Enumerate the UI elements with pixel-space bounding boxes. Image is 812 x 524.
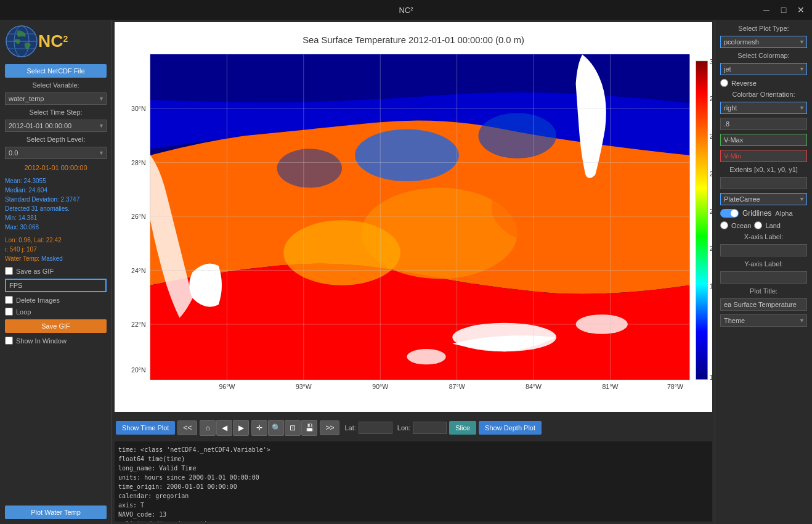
projection-dropdown[interactable]: PlateCarree Mercator Robinson Mollweide (720, 193, 807, 205)
gridlines-toggle[interactable] (720, 209, 739, 218)
gridlines-label: Gridlines (742, 209, 771, 218)
show-time-plot-button[interactable]: Show Time Plot (116, 421, 175, 435)
select-depth-label: Select Depth Level: (5, 136, 107, 143)
svg-text:90°W: 90°W (372, 383, 388, 390)
console-line-8: NAVO_code: 13 (118, 510, 708, 519)
toggle-track[interactable] (720, 209, 739, 218)
forward-button[interactable]: ▶ (233, 420, 249, 436)
lat-input[interactable] (359, 422, 392, 434)
depth-dropdown-wrapper: 0.0 (5, 147, 107, 159)
gridlines-row: Gridlines Alpha (720, 209, 807, 218)
colormap-dropdown[interactable]: jet viridis plasma hot cool rainbow (720, 63, 807, 75)
save-gif-row: Save as GIF (5, 267, 107, 275)
toolbar: Show Time Plot << ⌂ ◀ ▶ ✛ 🔍 ⊡ 💾 >> Lat: … (112, 414, 715, 441)
loop-row: Loop (5, 308, 107, 316)
xaxis-label: X-axis Label: (720, 233, 807, 240)
cursor-ij: i: 540 j: 107 (5, 245, 107, 254)
close-button[interactable]: ✕ (795, 5, 807, 15)
console-line-5: time_origin: 2000-01-01 00:00:00 (118, 482, 708, 491)
fps-input[interactable]: FPS (5, 279, 107, 292)
svg-text:18: 18 (710, 282, 712, 290)
svg-text:26: 26 (710, 133, 712, 140)
reverse-radio[interactable] (720, 79, 728, 87)
ocean-land-row: Ocean Land (720, 221, 807, 229)
map-area: Sea Surface Temperature 2012-01-01 00:00… (115, 22, 712, 412)
vmin-input[interactable]: V-Min (720, 150, 807, 162)
svg-point-7 (355, 129, 459, 181)
minimize-button[interactable]: ─ (760, 5, 773, 15)
svg-rect-40 (696, 61, 708, 380)
svg-text:96°W: 96°W (219, 383, 235, 390)
next-next-button[interactable]: >> (320, 420, 339, 435)
reverse-row: Reverse (720, 79, 807, 87)
console-line-4: units: hours since 2000-01-01 00:00:00 (118, 473, 708, 482)
console-area[interactable]: time: <class 'netCDF4._netCDF4.Variable'… (115, 441, 712, 522)
svg-text:26°N: 26°N (131, 213, 146, 220)
svg-point-9 (277, 149, 342, 187)
svg-text:30: 30 (710, 58, 712, 65)
svg-text:30°N: 30°N (131, 105, 146, 112)
save-gif-checkbox[interactable] (5, 267, 13, 275)
svg-text:20: 20 (710, 245, 712, 252)
delete-images-checkbox[interactable] (5, 296, 13, 304)
prev-prev-button[interactable]: << (177, 420, 197, 435)
cursor-info: Lon: 0.96, Lat: 22.42 i: 540 j: 107 Wate… (5, 235, 107, 263)
map-svg: Sea Surface Temperature 2012-01-01 00:00… (115, 22, 712, 412)
svg-text:84°W: 84°W (526, 383, 542, 390)
land-radio[interactable] (754, 221, 762, 229)
main-layout: NC 2 Select NetCDF File Select Variable:… (0, 20, 812, 524)
svg-text:81°W: 81°W (603, 383, 619, 390)
back-button[interactable]: ◀ (216, 420, 232, 436)
loop-label: Loop (16, 308, 31, 316)
timestep-dropdown[interactable]: 2012-01-01 00:00:00 (5, 120, 107, 132)
plot-water-temp-button[interactable]: Plot Water Temp (5, 506, 107, 519)
yaxis-input[interactable] (720, 271, 807, 284)
ocean-radio[interactable] (720, 221, 728, 229)
console-line-6: calendar: gregorian (118, 491, 708, 501)
plot-title-input[interactable]: ea Surface Temperature (720, 298, 807, 311)
xaxis-input[interactable] (720, 244, 807, 256)
depth-dropdown[interactable]: 0.0 (5, 147, 107, 159)
land-label: Land (765, 222, 780, 229)
cursor-wt-label: Water Temp: (5, 255, 41, 262)
variable-dropdown[interactable]: water_temp (5, 92, 107, 105)
cursor-wt-value: Masked (41, 255, 63, 262)
show-depth-plot-button[interactable]: Show Depth Plot (479, 421, 542, 435)
svg-text:24: 24 (710, 170, 712, 178)
save-plot-button[interactable]: 💾 (301, 420, 317, 436)
select-variable-label: Select Variable: (5, 81, 107, 89)
svg-text:20°N: 20°N (131, 366, 146, 374)
titlebar: NC² ─ □ ✕ (0, 0, 812, 20)
select-timestep-label: Select Time Step: (5, 108, 107, 116)
colorbar-orient-dropdown-wrapper: right left top bottom (720, 102, 807, 114)
loop-checkbox[interactable] (5, 308, 13, 316)
show-in-window-checkbox[interactable] (5, 337, 13, 345)
home-button[interactable]: ⌂ (200, 420, 216, 436)
plot-type-dropdown[interactable]: pcolormesh contourf scatter (720, 36, 807, 48)
stat-median: Median: 24.604 (5, 186, 107, 195)
cursor-water-temp: Water Temp: Masked (5, 254, 107, 263)
save-gif-button[interactable]: Save GIF (5, 319, 107, 333)
slice-button[interactable]: Slice (449, 421, 476, 435)
theme-dropdown[interactable]: Theme Dark Light Classic (720, 314, 807, 327)
right-panel: Select Plot Type: pcolormesh contourf sc… (715, 20, 812, 524)
svg-text:78°W: 78°W (667, 383, 683, 390)
console-line-2: float64 time(time) (118, 454, 708, 464)
zoom-icon-group: ✛ 🔍 ⊡ 💾 (251, 420, 317, 436)
zoom-rect-button[interactable]: ⊡ (285, 420, 301, 436)
stat-max: Max: 30.068 (5, 223, 107, 232)
lon-input[interactable] (413, 422, 447, 434)
extents-input[interactable] (720, 177, 807, 189)
lon-label: Lon: (397, 424, 410, 432)
zoom-move-button[interactable]: ✛ (251, 420, 267, 436)
select-netcdf-button[interactable]: Select NetCDF File (5, 64, 107, 78)
svg-point-8 (478, 113, 556, 158)
alpha-input[interactable]: .8 (720, 118, 807, 130)
vmax-input[interactable]: V-Max (720, 134, 807, 146)
zoom-magnify-button[interactable]: 🔍 (268, 420, 284, 436)
console-line-7: axis: T (118, 501, 708, 510)
svg-text:24°N: 24°N (131, 267, 146, 274)
maximize-button[interactable]: □ (777, 5, 790, 15)
cursor-lonlat: Lon: 0.96, Lat: 22.42 (5, 235, 107, 245)
colorbar-orient-dropdown[interactable]: right left top bottom (720, 102, 807, 114)
